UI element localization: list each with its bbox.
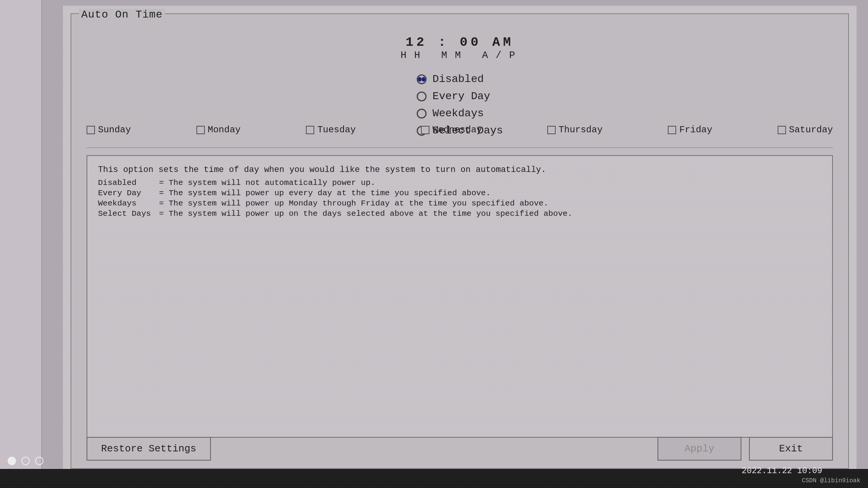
time-display: 12 : 00 AM HH MM A/P — [397, 35, 522, 61]
radio-label-every-day: Every Day — [432, 90, 490, 102]
main-content: Auto On Time 12 : 00 AM HH MM A/P Disabl… — [63, 6, 857, 477]
info-key-disabled: Disabled — [98, 178, 159, 187]
time-value: 12 : 00 AM — [397, 35, 522, 50]
info-val-every-day: = The system will power up every day at … — [159, 189, 491, 197]
time-separator: : — [438, 35, 460, 50]
checkbox-friday[interactable] — [668, 126, 676, 134]
info-key-select-days: Select Days — [98, 209, 159, 218]
day-thursday[interactable]: Thursday — [547, 125, 603, 135]
info-box: This option sets the time of day when yo… — [87, 155, 833, 438]
dot-2 — [21, 457, 30, 465]
watermark: CSDN @libin9ioak — [802, 477, 860, 484]
phone-dots — [8, 457, 43, 465]
radio-circle-disabled — [416, 74, 426, 84]
exit-button[interactable]: Exit — [749, 437, 833, 461]
radio-weekdays[interactable]: Weekdays — [416, 108, 503, 119]
info-row-weekdays: Weekdays = The system will power up Mond… — [98, 199, 821, 208]
day-label-friday: Friday — [679, 125, 712, 135]
checkbox-thursday[interactable] — [547, 126, 556, 134]
datetime-display: 2022.11.22 10:09 — [742, 466, 822, 476]
day-sunday[interactable]: Sunday — [87, 125, 131, 135]
checkbox-tuesday[interactable] — [306, 126, 314, 134]
radio-circle-weekdays — [416, 109, 426, 119]
checkbox-wednesday[interactable] — [421, 126, 429, 134]
info-key-weekdays: Weekdays — [98, 199, 159, 208]
bottom-bar — [0, 469, 868, 488]
radio-circle-every-day — [416, 92, 426, 101]
day-label-wednesday: Wednesday — [432, 125, 482, 135]
day-label-tuesday: Tuesday — [317, 125, 356, 135]
time-ampm-value: AM — [492, 35, 514, 50]
info-row-select-days: Select Days = The system will power up o… — [98, 209, 821, 218]
panel-title: Auto On Time — [79, 9, 165, 21]
day-wednesday[interactable]: Wednesday — [421, 125, 482, 135]
day-label-saturday: Saturday — [789, 125, 833, 135]
day-label-monday: Monday — [208, 125, 241, 135]
info-val-weekdays: = The system will power up Monday throug… — [159, 199, 548, 208]
info-row-every-day: Every Day = The system will power up eve… — [98, 189, 821, 197]
time-hours: 12 — [405, 35, 427, 50]
time-labels: HH MM A/P — [397, 50, 522, 61]
checkbox-monday[interactable] — [196, 126, 205, 134]
radio-label-weekdays: Weekdays — [432, 108, 484, 119]
day-monday[interactable]: Monday — [196, 125, 241, 135]
info-val-disabled: = The system will not automatically powe… — [159, 178, 375, 187]
apply-button[interactable]: Apply — [657, 437, 741, 461]
day-saturday[interactable]: Saturday — [778, 125, 833, 135]
day-friday[interactable]: Friday — [668, 125, 712, 135]
restore-button[interactable]: Restore Settings — [87, 437, 211, 461]
radio-disabled[interactable]: Disabled — [416, 73, 503, 85]
divider — [87, 148, 833, 148]
checkbox-sunday[interactable] — [87, 126, 95, 134]
dot-1 — [8, 457, 16, 465]
checkbox-saturday[interactable] — [778, 126, 786, 134]
info-table: Disabled = The system will not automatic… — [98, 178, 821, 218]
dot-3 — [35, 457, 43, 465]
radio-every-day[interactable]: Every Day — [416, 90, 503, 102]
day-label-thursday: Thursday — [559, 125, 603, 135]
time-minutes: 00 — [460, 35, 482, 50]
radio-label-disabled: Disabled — [432, 73, 484, 85]
panel: Auto On Time 12 : 00 AM HH MM A/P Disabl… — [71, 13, 849, 469]
info-val-select-days: = The system will power up on the days s… — [159, 209, 572, 218]
day-tuesday[interactable]: Tuesday — [306, 125, 356, 135]
day-label-sunday: Sunday — [98, 125, 131, 135]
info-key-every-day: Every Day — [98, 189, 159, 197]
bottom-buttons: Restore Settings Apply Exit — [87, 437, 833, 461]
info-row-disabled: Disabled = The system will not automatic… — [98, 178, 821, 187]
day-checkboxes: Sunday Monday Tuesday Wednesday Thursday… — [87, 125, 833, 135]
phone-sidebar — [0, 0, 42, 488]
info-heading: This option sets the time of day when yo… — [98, 165, 821, 175]
